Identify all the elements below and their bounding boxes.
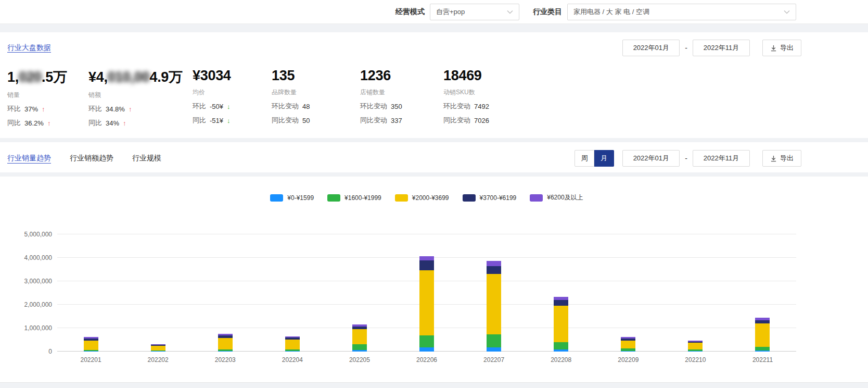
stat-compare-key: 环比: [88, 104, 102, 114]
bar-column: [528, 234, 595, 352]
bar-stack[interactable]: [285, 336, 300, 352]
stat-value: ¥3034: [193, 68, 272, 84]
bar-stack[interactable]: [352, 324, 367, 352]
bar-segment: [755, 323, 770, 347]
bar-segment: [84, 341, 98, 350]
stat-compare-row: 同比变动50: [272, 116, 360, 125]
stat-value-part: 4.9万: [149, 69, 182, 85]
stat-value: 18469: [443, 68, 547, 84]
topbar: 经营模式 自营+pop 行业类目 家用电器 / 大 家 电 / 空调: [0, 0, 868, 24]
tab-行业销额趋势[interactable]: 行业销额趋势: [70, 149, 113, 167]
bar-segment: [755, 347, 770, 351]
bar-column: [192, 234, 259, 352]
stat-compare-value: -50¥: [210, 103, 223, 110]
x-axis-label: 202209: [595, 356, 662, 364]
bar-columns: [57, 234, 796, 352]
chevron-down-icon: [507, 10, 513, 14]
y-axis-label: 3,000,000: [5, 278, 52, 284]
stat-compare-key: 环比变动: [272, 102, 299, 111]
x-axis-label: 202208: [528, 356, 595, 364]
stat-card: 18469动销SKU数环比变动7492同比变动7026: [443, 68, 547, 128]
divider: [0, 382, 868, 383]
tab-行业销量趋势[interactable]: 行业销量趋势: [7, 149, 51, 167]
section-gap: [0, 138, 868, 142]
stat-value-part: ¥4,: [88, 69, 108, 85]
overview-end-date-picker[interactable]: 2022年11月: [693, 40, 750, 56]
trend-tabs: 行业销量趋势行业销额趋势行业规模: [7, 149, 161, 167]
legend-item[interactable]: ¥0-¥1599: [270, 194, 314, 202]
export-label: 导出: [780, 43, 794, 53]
bar-segment: [352, 350, 367, 352]
bar-segment: [419, 270, 434, 335]
bar-segment: [84, 351, 98, 352]
bar-segment: [218, 338, 233, 349]
chevron-down-icon: [784, 10, 790, 14]
stat-value-part: 1,: [7, 69, 19, 85]
trend-export-button[interactable]: 导出: [762, 150, 801, 167]
stat-compare-key: 环比: [7, 104, 21, 114]
overview-start-date-picker[interactable]: 2022年01月: [622, 40, 680, 56]
legend-item[interactable]: ¥1600-¥1999: [327, 194, 381, 202]
bar-segment: [285, 340, 300, 349]
period-toggle-月[interactable]: 月: [594, 150, 614, 167]
bar-stack[interactable]: [688, 341, 703, 352]
arrow-up-icon: ↑: [42, 105, 45, 113]
bar-column: [461, 234, 528, 352]
date-range-separator: -: [685, 44, 687, 52]
bar-segment: [487, 334, 501, 347]
stat-compare-key: 环比变动: [360, 102, 387, 111]
legend-swatch: [463, 194, 476, 202]
stat-compare-row: 环比37%↑: [7, 104, 88, 114]
y-axis-label: 2,000,000: [5, 302, 52, 308]
arrow-up-icon: ↑: [123, 119, 126, 127]
overview-panel: 行业大盘数据 2022年01月 - 2022年11月 导出 1,020.5万销量…: [0, 32, 868, 138]
category-value: 家用电器 / 大 家 电 / 空调: [573, 7, 649, 17]
bar-stack[interactable]: [487, 261, 501, 352]
stat-value: 1,020.5万: [7, 68, 88, 86]
bar-stack[interactable]: [554, 297, 568, 352]
stat-compare-value: 34.8%: [106, 105, 125, 113]
bar-stack[interactable]: [151, 344, 165, 352]
legend-item[interactable]: ¥6200及以上: [530, 193, 583, 202]
bar-segment: [755, 351, 770, 352]
overview-export-button[interactable]: 导出: [762, 40, 801, 56]
stat-compare-key: 同比: [88, 118, 102, 128]
bar-stack[interactable]: [419, 256, 434, 352]
bar-segment: [419, 347, 434, 352]
bar-segment: [554, 300, 568, 306]
stat-label: 销量: [7, 91, 88, 99]
category-select[interactable]: 家用电器 / 大 家 电 / 空调: [567, 4, 796, 20]
bar-stack[interactable]: [755, 318, 770, 352]
stat-compare-key: 同比变动: [272, 116, 299, 125]
bar-stack[interactable]: [218, 334, 233, 352]
arrow-down-icon: ↓: [227, 103, 231, 110]
trend-end-date-picker[interactable]: 2022年11月: [693, 150, 750, 167]
tab-行业规模[interactable]: 行业规模: [132, 149, 161, 167]
download-icon: [770, 45, 777, 52]
legend-item[interactable]: ¥2000-¥3699: [395, 194, 449, 202]
bar-segment: [285, 351, 300, 352]
bar-segment: [352, 329, 367, 344]
legend-item[interactable]: ¥3700-¥6199: [463, 194, 517, 202]
legend-label: ¥6200及以上: [547, 193, 583, 202]
category-label: 行业类目: [533, 7, 562, 17]
chart-panel: ¥0-¥1599¥1600-¥1999¥2000-¥3699¥3700-¥619…: [0, 177, 868, 382]
stat-compare-key: 同比: [193, 116, 206, 125]
stat-value-part: 135: [272, 68, 295, 83]
stat-label: 销额: [88, 91, 193, 99]
stat-value-part: 1236: [360, 68, 391, 83]
bar-stack[interactable]: [621, 337, 635, 352]
bar-stack[interactable]: [84, 337, 98, 352]
bar-column: [124, 234, 192, 352]
trend-start-date-picker[interactable]: 2022年01月: [622, 150, 680, 167]
x-axis-label: 202206: [393, 356, 460, 364]
masked-value: 010,00: [108, 69, 150, 85]
stat-compare-row: 同比36.2%↑: [7, 118, 88, 128]
stat-card: 135品牌数量环比变动48同比变动50: [272, 68, 360, 128]
bar-segment: [487, 266, 501, 274]
period-toggle-周[interactable]: 周: [575, 150, 594, 167]
stat-compare-value: -51¥: [210, 117, 223, 124]
business-mode-select[interactable]: 自营+pop: [430, 4, 519, 20]
stat-compare-key: 环比变动: [443, 102, 470, 111]
overview-title-link[interactable]: 行业大盘数据: [7, 43, 51, 53]
